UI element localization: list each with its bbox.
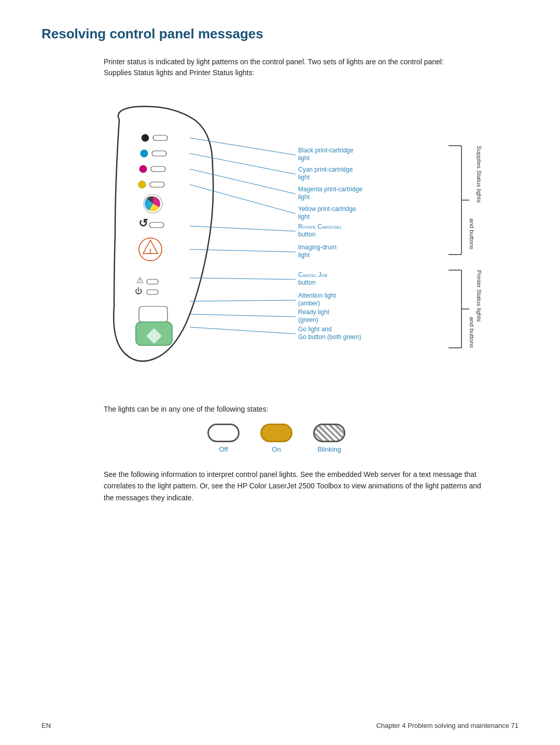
svg-line-39 (190, 278, 296, 279)
footer-text: See the following information to interpr… (104, 469, 493, 503)
svg-text:light: light (298, 154, 310, 162)
intro-text: Printer status is indicated by light pat… (104, 57, 467, 78)
light-oval-on (260, 424, 292, 442)
svg-rect-7 (150, 182, 164, 187)
svg-text:button: button (298, 231, 315, 238)
svg-point-2 (141, 150, 148, 157)
svg-text:(green): (green) (298, 316, 318, 324)
svg-text:Magenta print-cartridge: Magenta print-cartridge (298, 186, 362, 193)
svg-text:light: light (298, 213, 310, 220)
light-oval-off (207, 424, 240, 442)
svg-text:↺: ↺ (138, 217, 148, 230)
svg-text:and buttons: and buttons (469, 317, 475, 348)
svg-point-4 (139, 165, 147, 173)
svg-text:⏻: ⏻ (135, 287, 142, 295)
light-state-on: On (260, 424, 292, 453)
svg-text:Cyan print-cartridge: Cyan print-cartridge (298, 166, 353, 173)
svg-line-42 (190, 300, 296, 301)
svg-point-0 (142, 134, 149, 142)
states-text: The lights can be in any one of the foll… (104, 405, 519, 413)
light-oval-blinking (313, 424, 345, 442)
svg-text:Go light and: Go light and (298, 326, 332, 333)
light-state-blinking: Blinking (313, 424, 345, 453)
svg-text:light: light (298, 193, 310, 201)
svg-rect-16 (147, 279, 158, 284)
svg-text:Cancel Job: Cancel Job (298, 271, 327, 278)
svg-rect-5 (151, 166, 165, 172)
svg-text:light: light (298, 251, 310, 259)
svg-rect-11 (149, 222, 164, 228)
svg-rect-19 (139, 306, 167, 322)
svg-text:light: light (298, 174, 310, 181)
svg-text:Black print-cartridge: Black print-cartridge (298, 147, 354, 154)
diagram-container: ↺ ⚠ ⏻ (41, 94, 519, 384)
page-footer: EN Chapter 4 Problem solving and mainten… (41, 722, 519, 729)
svg-rect-3 (152, 151, 166, 156)
svg-line-45 (190, 314, 296, 317)
page-container: Resolving control panel messages Printer… (0, 0, 560, 545)
svg-point-14 (150, 252, 151, 254)
svg-text:Ready light: Ready light (298, 308, 330, 316)
light-state-off: Off (207, 424, 240, 453)
svg-text:Rotate Carousel: Rotate Carousel (298, 223, 342, 230)
svg-text:button: button (298, 279, 315, 286)
svg-text:Supplies Status lights: Supplies Status lights (476, 146, 482, 203)
svg-text:⚠: ⚠ (136, 276, 144, 285)
svg-text:(amber): (amber) (298, 300, 320, 307)
svg-text:Imaging-drum: Imaging-drum (298, 244, 337, 251)
svg-text:Attention light: Attention light (298, 292, 336, 299)
footer-left: EN (41, 722, 51, 729)
diagram-svg: ↺ ⚠ ⏻ (78, 94, 482, 384)
svg-point-6 (138, 181, 146, 188)
footer-right: Chapter 4 Problem solving and maintenanc… (376, 722, 519, 729)
page-title: Resolving control panel messages (41, 26, 519, 42)
diagram-inner: ↺ ⚠ ⏻ (78, 94, 482, 384)
svg-text:and buttons: and buttons (469, 218, 475, 249)
svg-rect-1 (153, 135, 167, 140)
svg-text:Yellow print-cartridge: Yellow print-cartridge (298, 205, 356, 213)
svg-line-48 (190, 327, 296, 334)
light-state-label-blinking: Blinking (317, 445, 341, 453)
svg-text:Go button (both green): Go button (both green) (298, 333, 361, 341)
states-section: The lights can be in any one of the foll… (104, 405, 519, 453)
svg-text:Printer Status lights: Printer Status lights (476, 270, 482, 322)
light-state-label-off: Off (219, 445, 228, 453)
light-state-label-on: On (272, 445, 281, 453)
light-states-container: Off On Blinking (207, 424, 519, 453)
svg-rect-18 (147, 290, 158, 294)
